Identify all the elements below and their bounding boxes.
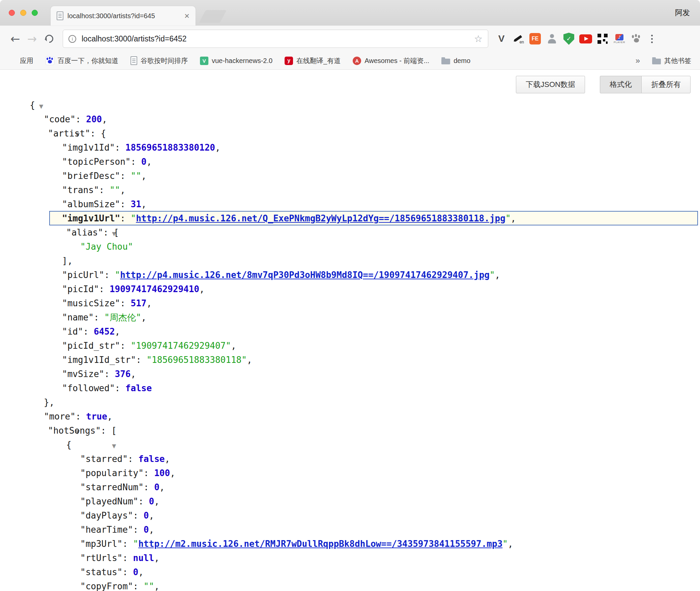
- collapse-toggle-icon[interactable]: ▼: [112, 443, 116, 449]
- vue-icon: V: [200, 57, 208, 65]
- new-tab-button[interactable]: [199, 10, 227, 23]
- player-caption: PLAYER: [614, 41, 625, 44]
- json-line: "trans": "",: [0, 183, 700, 197]
- media-player-icon[interactable]: PLAYER: [612, 31, 627, 46]
- youdao-icon: y: [285, 57, 293, 65]
- address-bar[interactable]: localhost:3000/artists?id=6452 ☆: [63, 30, 488, 48]
- json-boolean: false: [125, 383, 152, 393]
- page-content: 下载JSON数据 格式化 折叠所有 ▼{"code": 200,▼"artist…: [0, 70, 700, 591]
- bookmark-demo[interactable]: demo: [441, 57, 470, 65]
- json-line: "img1v1Url": "http://p4.music.126.net/Q_…: [0, 211, 700, 225]
- json-number: 0: [149, 496, 154, 506]
- bookmark-label: 谷歌按时间排序: [141, 56, 188, 65]
- fe-frontend-icon[interactable]: FE: [527, 31, 543, 46]
- json-viewer-actions: 下载JSON数据 格式化 折叠所有: [516, 76, 691, 93]
- bookmark-label: 在线翻译_有道: [296, 56, 341, 65]
- json-key: "copyFrom": [80, 581, 133, 591]
- json-key: "img1v1Id": [62, 143, 115, 153]
- vimium-v-icon[interactable]: V: [494, 31, 509, 46]
- json-line: "code": 200,: [0, 112, 700, 126]
- reload-button[interactable]: [40, 35, 58, 43]
- kebab-menu-icon: [651, 38, 653, 40]
- format-button[interactable]: 格式化: [600, 76, 642, 93]
- fe-frontend-glyph: FE: [529, 33, 541, 44]
- json-line: ▼"hotSongs": [: [0, 424, 700, 438]
- json-link[interactable]: http://p4.music.126.net/8mv7qP30Pd3oHW8b…: [120, 270, 490, 280]
- json-punct: ,: [149, 525, 154, 535]
- json-key: "id": [62, 326, 83, 337]
- collapse-toggle-icon[interactable]: ▼: [39, 103, 43, 110]
- json-line: "more": true,: [0, 409, 700, 424]
- json-key: "musicSize": [62, 298, 120, 308]
- bookmark-baidu[interactable]: 百度一下，你就知道: [46, 56, 118, 65]
- user-profile-icon[interactable]: [544, 31, 560, 46]
- json-punct: ,: [131, 369, 136, 379]
- json-link[interactable]: http://p4.music.126.net/Q_ExePNkmgB2yWyL…: [136, 213, 505, 223]
- json-punct: ,: [146, 157, 152, 167]
- json-number: 376: [115, 369, 131, 379]
- json-key: "albumSize": [62, 199, 120, 209]
- site-info-icon[interactable]: [68, 35, 76, 43]
- bookmark-label: Awesomes - 前端资...: [364, 56, 429, 65]
- close-window-button[interactable]: [9, 10, 15, 16]
- json-line: "starred": false,: [0, 452, 700, 466]
- browser-menu-button[interactable]: [644, 31, 660, 46]
- json-punct: :: [120, 298, 130, 308]
- json-punct: : [: [103, 227, 119, 238]
- bookmarks-bar: 应用百度一下，你就知道谷歌按时间排序Vvue-hackernews-2.0y在线…: [0, 52, 700, 70]
- bookmark-google-time-sort[interactable]: 谷歌按时间排序: [130, 56, 188, 65]
- json-line: ▼{: [0, 98, 700, 112]
- baidu-icon: [46, 56, 54, 65]
- json-key: "picUrl": [62, 270, 104, 280]
- youtube-play-icon[interactable]: [578, 31, 593, 46]
- json-punct: ,: [199, 284, 205, 294]
- json-key: "hearTime": [80, 525, 133, 535]
- json-line: "id": 6452,: [0, 324, 700, 339]
- json-punct: ],: [62, 256, 72, 266]
- json-punct: :: [120, 171, 130, 181]
- download-json-button[interactable]: 下载JSON数据: [516, 76, 585, 93]
- forward-button[interactable]: →: [24, 33, 40, 44]
- json-number: 6452: [94, 326, 115, 337]
- json-punct: :: [76, 411, 86, 422]
- json-line: "followed": false: [0, 381, 700, 395]
- json-punct: :: [122, 553, 133, 563]
- tab-title: localhost:3000/artists?id=645: [67, 12, 180, 20]
- bookmark-youdao-translate[interactable]: y在线翻译_有道: [285, 56, 341, 65]
- bookmark-apps[interactable]: 应用: [9, 56, 33, 65]
- security-shield-icon[interactable]: ✓: [561, 31, 577, 46]
- json-punct: ,: [149, 510, 154, 521]
- json-line: "dayPlays": 0,: [0, 508, 700, 523]
- json-link[interactable]: http://m2.music.126.net/RMJR7wDullRqppBk…: [138, 539, 502, 549]
- youdao-pen-icon[interactable]: en: [511, 31, 526, 46]
- json-punct: ,: [154, 553, 159, 563]
- fullscreen-window-button[interactable]: [32, 10, 38, 16]
- json-punct: ,: [154, 496, 159, 506]
- qr-code-icon[interactable]: [595, 31, 610, 46]
- bookmark-awesomes[interactable]: AAwesomes - 前端资...: [353, 56, 429, 65]
- back-button[interactable]: ←: [7, 33, 24, 44]
- paw-icon[interactable]: [629, 31, 644, 46]
- window-controls: [9, 0, 38, 26]
- tab-close-icon[interactable]: ×: [184, 11, 189, 20]
- bookmark-star-icon[interactable]: ☆: [474, 33, 483, 44]
- json-punct: :: [144, 482, 154, 492]
- other-bookmarks-folder[interactable]: 其他书签: [652, 56, 691, 65]
- json-string: "Jay Chou": [80, 242, 133, 252]
- json-punct: ,: [215, 143, 221, 153]
- json-number: 0: [144, 525, 149, 535]
- json-punct: :: [144, 468, 154, 478]
- json-number: 517: [131, 298, 147, 308]
- minimize-window-button[interactable]: [20, 10, 26, 16]
- profile-name[interactable]: 阿发: [675, 8, 690, 18]
- bookmarks-overflow-icon[interactable]: »: [636, 56, 640, 65]
- browser-tab[interactable]: localhost:3000/artists?id=645 ×: [51, 6, 196, 26]
- json-line: "mvSize": 376,: [0, 367, 700, 381]
- bookmark-vue-hackernews[interactable]: Vvue-hackernews-2.0: [200, 57, 272, 65]
- collapse-all-button[interactable]: 折叠所有: [641, 76, 691, 93]
- json-punct: :: [115, 383, 125, 393]
- json-punct: ,: [115, 326, 120, 337]
- json-line: "picId": 19097417462929410,: [0, 282, 700, 296]
- json-number: 18569651883380120: [125, 143, 215, 153]
- json-punct: :: [104, 369, 115, 379]
